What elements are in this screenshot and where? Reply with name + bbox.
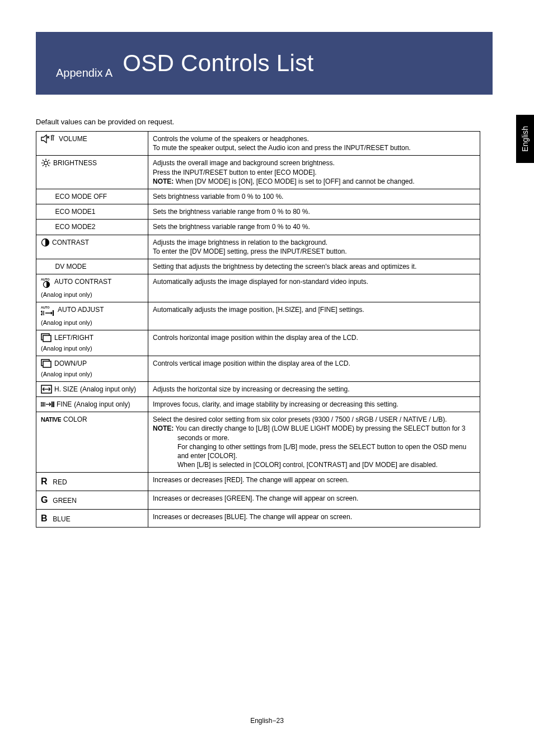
table-row: DV MODE Setting that adjusts the brightn… bbox=[36, 259, 480, 274]
table-row: AUTO AUTO ADJUST (Analog input only) Aut… bbox=[36, 302, 480, 330]
page-footer: English−23 bbox=[0, 717, 534, 725]
table-row: FINE (Analog input only) Improves focus,… bbox=[36, 397, 480, 412]
table-row: BRIGHTNESS Adjusts the overall image and… bbox=[36, 156, 480, 189]
svg-point-3 bbox=[44, 161, 48, 165]
row-note: When [L/B] is selected in [COLOR] contro… bbox=[153, 460, 475, 469]
row-label-note: (Analog input only) bbox=[41, 319, 143, 327]
row-label-note: (Analog input only) bbox=[41, 344, 143, 353]
row-desc: To mute the speaker output, select the A… bbox=[153, 143, 475, 152]
row-label: DOWN/UP bbox=[54, 359, 87, 368]
row-desc: Increases or decreases [RED]. The change… bbox=[148, 473, 480, 491]
row-label: LEFT/RIGHT bbox=[54, 333, 93, 342]
volume-icon bbox=[41, 134, 57, 143]
row-desc: Press the INPUT/RESET button to enter [E… bbox=[153, 168, 475, 177]
row-desc: Automatically adjusts the image position… bbox=[148, 302, 480, 330]
row-desc: Controls horizontal image position withi… bbox=[148, 330, 480, 356]
native-color-icon: NATIVE bbox=[41, 416, 61, 423]
auto-contrast-icon: AUTO bbox=[41, 277, 52, 288]
page: Appendix A OSD Controls List English Def… bbox=[0, 0, 534, 756]
table-row: ECO MODE1 Sets the brightness variable r… bbox=[36, 204, 480, 220]
row-desc: To enter the [DV MODE] setting, press th… bbox=[153, 247, 475, 256]
row-desc: Increases or decreases [GREEN]. The chan… bbox=[148, 491, 480, 509]
row-note: NOTE: You can directly change to [L/B] (… bbox=[153, 424, 475, 442]
row-label: BRIGHTNESS bbox=[53, 158, 97, 167]
svg-line-10 bbox=[48, 160, 49, 161]
row-desc: Setting that adjusts the brightness by d… bbox=[148, 259, 480, 274]
row-desc: Adjusts the image brightness in relation… bbox=[153, 238, 475, 247]
row-label-note: (Analog input only) bbox=[41, 370, 143, 379]
row-label: ECO MODE2 bbox=[51, 220, 148, 235]
table-row: R RED Increases or decreases [RED]. The … bbox=[36, 473, 480, 491]
osd-controls-table: VOLUME Controls the volume of the speake… bbox=[36, 131, 480, 528]
svg-line-8 bbox=[43, 160, 44, 161]
row-label: BLUE bbox=[53, 515, 70, 523]
svg-text:NATIVE: NATIVE bbox=[41, 416, 61, 423]
row-label: H. SIZE bbox=[54, 385, 78, 394]
row-label-note: (Analog input only) bbox=[41, 291, 143, 299]
svg-rect-18 bbox=[43, 335, 51, 342]
language-tab-label: English bbox=[521, 126, 530, 152]
brightness-icon bbox=[41, 158, 51, 167]
row-desc: Automatically adjusts the image displaye… bbox=[148, 274, 480, 302]
red-icon: R bbox=[41, 475, 51, 488]
table-row: VOLUME Controls the volume of the speake… bbox=[36, 132, 480, 156]
table-row: G GREEN Increases or decreases [GREEN]. … bbox=[36, 491, 480, 509]
row-label: CONTRAST bbox=[52, 238, 89, 247]
svg-rect-20 bbox=[43, 361, 51, 367]
intro-text: Default values can be provided on reques… bbox=[36, 118, 174, 126]
svg-text:AUTO: AUTO bbox=[41, 306, 50, 309]
table-row: ECO MODE OFF Sets brightness variable fr… bbox=[36, 189, 480, 204]
row-label-note: (Analog input only) bbox=[74, 400, 130, 409]
row-desc: Controls the volume of the speakers or h… bbox=[153, 134, 475, 143]
row-desc: Improves focus, clarity, and image stabi… bbox=[148, 397, 480, 412]
table-row: AUTO AUTO CONTRAST (Analog input only) A… bbox=[36, 274, 480, 302]
row-desc: Adjusts the horizontal size by increasin… bbox=[148, 381, 480, 396]
left-right-icon bbox=[41, 333, 52, 342]
row-note: For changing to other settings from [L/B… bbox=[153, 442, 475, 460]
row-desc: Sets the brightness variable range from … bbox=[148, 204, 480, 220]
language-tab: English bbox=[516, 115, 534, 163]
row-label-note: (Analog input only) bbox=[80, 385, 136, 394]
appendix-label: Appendix A bbox=[56, 67, 113, 80]
svg-marker-0 bbox=[41, 135, 46, 143]
row-label: RED bbox=[53, 478, 67, 486]
table-row: LEFT/RIGHT (Analog input only) Controls … bbox=[36, 330, 480, 356]
row-label: AUTO CONTRAST bbox=[54, 277, 111, 286]
row-desc: Adjusts the overall image and background… bbox=[153, 158, 475, 167]
hsize-icon bbox=[41, 385, 52, 394]
blue-icon: B bbox=[41, 512, 51, 525]
row-note: NOTE: When [DV MODE] is [ON], [ECO MODE]… bbox=[153, 177, 475, 186]
row-label: COLOR bbox=[63, 415, 87, 424]
row-label: GREEN bbox=[53, 497, 77, 505]
auto-adjust-icon: AUTO bbox=[41, 305, 55, 316]
row-desc: Controls vertical image position within … bbox=[148, 356, 480, 381]
svg-line-9 bbox=[48, 165, 49, 166]
table-row: ECO MODE2 Sets the brightness variable r… bbox=[36, 220, 480, 235]
table-row: B BLUE Increases or decreases [BLUE]. Th… bbox=[36, 509, 480, 528]
row-label: ECO MODE OFF bbox=[51, 189, 148, 204]
down-up-icon bbox=[41, 359, 52, 368]
row-desc: Select the desired color setting from si… bbox=[153, 415, 475, 424]
row-label: VOLUME bbox=[59, 134, 87, 143]
table-row: CONTRAST Adjusts the image brightness in… bbox=[36, 235, 480, 259]
table-row: NATIVE COLOR Select the desired color se… bbox=[36, 412, 480, 473]
row-label: AUTO ADJUST bbox=[58, 305, 104, 314]
row-label: DV MODE bbox=[51, 259, 148, 274]
row-desc: Sets the brightness variable range from … bbox=[148, 220, 480, 235]
title-banner: Appendix A OSD Controls List bbox=[36, 32, 493, 95]
page-title: OSD Controls List bbox=[123, 50, 313, 77]
svg-text:AUTO: AUTO bbox=[41, 278, 50, 281]
row-label: ECO MODE1 bbox=[51, 204, 148, 220]
green-icon: G bbox=[41, 494, 51, 506]
svg-line-11 bbox=[43, 165, 44, 166]
fine-icon bbox=[41, 400, 54, 408]
table-row: H. SIZE (Analog input only) Adjusts the … bbox=[36, 381, 480, 396]
row-desc: Increases or decreases [BLUE]. The chang… bbox=[148, 509, 480, 528]
table-row: DOWN/UP (Analog input only) Controls ver… bbox=[36, 356, 480, 381]
row-desc: Sets brightness variable from 0 % to 100… bbox=[148, 189, 480, 204]
row-label: FINE bbox=[57, 400, 72, 409]
contrast-icon bbox=[41, 238, 50, 247]
